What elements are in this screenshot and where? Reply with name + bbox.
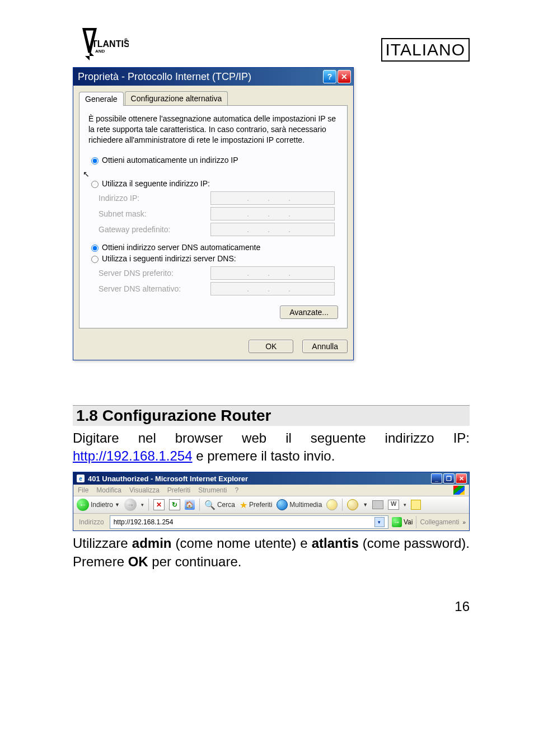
ie-app-icon: e [77, 475, 85, 482]
address-input[interactable]: http://192.168.1.254 ▾ [110, 515, 388, 529]
back-label: Indietro [91, 501, 113, 509]
menu-file[interactable]: File [78, 486, 88, 494]
page-number: 16 [73, 599, 470, 614]
label-dns-pref: Server DNS preferito: [88, 269, 210, 278]
toolbar-separator [148, 499, 149, 511]
go-button[interactable]: → Vai [392, 517, 413, 527]
mail-dropdown-icon[interactable]: ▼ [363, 502, 368, 508]
cursor-icon: ↖ [83, 170, 90, 179]
mail-button[interactable] [347, 499, 358, 510]
media-icon [277, 499, 288, 510]
favorites-label: Preferiti [249, 501, 272, 509]
label-mask: Subnet mask: [88, 209, 210, 218]
close-button[interactable]: ✕ [456, 473, 467, 483]
ie-menubar: File Modifica Visualizza Preferiti Strum… [73, 485, 469, 496]
radio-dns-auto-label: Ottieni indirizzo server DNS automaticam… [102, 243, 260, 252]
radio-dns-manual[interactable]: Utilizza i seguenti indirizzi server DNS… [88, 254, 338, 263]
label-dns-alt: Server DNS alternativo: [88, 284, 210, 293]
address-label: Indirizzo [77, 518, 106, 526]
back-icon: ← [77, 499, 89, 511]
minimize-button[interactable]: _ [431, 473, 442, 483]
forward-icon: → [124, 499, 137, 511]
restore-button[interactable]: ❐ [443, 473, 455, 483]
forward-button[interactable]: → [124, 499, 137, 511]
para2-d: per continuare. [148, 554, 242, 569]
info-text: È possibile ottenere l'assegnazione auto… [88, 114, 338, 145]
search-icon: 🔍 [204, 500, 216, 510]
ie-address-bar: Indirizzo http://192.168.1.254 ▾ → Vai C… [73, 514, 469, 530]
radio-ip-auto[interactable]: Ottieni automaticamente un indirizzo IP [88, 156, 338, 165]
tab-general[interactable]: Generale [79, 92, 124, 106]
radio-ip-manual[interactable]: Utilizza il seguente indirizzo IP: [88, 179, 338, 188]
go-label: Vai [404, 518, 413, 526]
radio-ip-manual-label: Utilizza il seguente indirizzo IP: [102, 179, 210, 188]
para2-a: Utilizzare [73, 536, 132, 551]
radio-ip-auto-input[interactable] [91, 157, 99, 165]
address-dropdown-icon[interactable]: ▾ [374, 517, 385, 527]
section-para-1: Digitare nel browser web il seguente ind… [73, 429, 470, 466]
router-ip-link[interactable]: http://192.168.1.254 [73, 448, 193, 463]
label-ip: Indirizzo IP: [88, 194, 210, 203]
menu-strumenti[interactable]: Strumenti [198, 486, 227, 494]
menu-help[interactable]: ? [235, 486, 239, 494]
language-tag: ITALIANO [381, 38, 470, 62]
section-heading: 1.8 Configurazione Router [73, 405, 470, 426]
svg-text:AND: AND [95, 49, 105, 54]
edit-dropdown-icon[interactable]: ▾ [404, 502, 406, 508]
cancel-button[interactable]: Annulla [302, 340, 348, 353]
input-dns-pref: . . . [210, 266, 335, 280]
radio-ip-auto-label: Ottieni automaticamente un indirizzo IP [102, 156, 238, 165]
help-button[interactable]: ? [323, 70, 336, 83]
input-gateway: . . . [210, 223, 335, 236]
section-para-2: Utilizzare admin (come nome utente) e at… [73, 534, 470, 571]
discuss-button[interactable] [411, 500, 421, 510]
search-label: Cerca [217, 501, 235, 509]
home-button[interactable]: 🏠 [185, 500, 195, 510]
svg-text:TLANTIS: TLANTIS [92, 39, 129, 49]
search-button[interactable]: 🔍 Cerca [204, 500, 235, 510]
back-button[interactable]: ← Indietro ▼ [77, 499, 120, 511]
menu-preferiti[interactable]: Preferiti [167, 486, 190, 494]
para1-text-b: e premere il tasto invio. [193, 448, 335, 463]
address-separator [416, 516, 416, 528]
input-dns-alt: . . . [210, 282, 335, 295]
forward-dropdown-icon[interactable]: ▾ [141, 502, 144, 508]
back-dropdown-icon[interactable]: ▼ [115, 502, 120, 508]
svg-text:®: ® [124, 37, 128, 43]
radio-dns-manual-input[interactable] [91, 256, 99, 263]
links-chevron-icon[interactable]: » [462, 519, 466, 525]
radio-dns-auto[interactable]: Ottieni indirizzo server DNS automaticam… [88, 243, 338, 252]
toolbar-separator [342, 499, 343, 511]
input-mask: . . . [210, 207, 335, 220]
dialog-title: Proprietà - Protocollo Internet (TCP/IP) [78, 71, 251, 83]
radio-dns-manual-label: Utilizza i seguenti indirizzi server DNS… [102, 254, 236, 263]
para2-ok: OK [128, 554, 148, 569]
print-button[interactable] [372, 500, 383, 509]
ie-window: e 401 Unauthorized - Microsoft Internet … [73, 472, 470, 531]
radio-dns-auto-input[interactable] [91, 245, 99, 252]
history-button[interactable] [326, 499, 338, 510]
stop-button[interactable]: ✕ [153, 499, 165, 510]
media-label: Multimedia [289, 501, 322, 509]
menu-modifica[interactable]: Modifica [96, 486, 121, 494]
links-label[interactable]: Collegamenti [420, 518, 459, 526]
para1-text-a: Digitare nel browser web il seguente ind… [73, 430, 470, 445]
tcpip-properties-dialog: Proprietà - Protocollo Internet (TCP/IP)… [73, 67, 354, 360]
para2-admin: admin [132, 536, 172, 551]
ok-button[interactable]: OK [249, 340, 293, 353]
para2-atlantis: atlantis [312, 536, 359, 551]
tab-alt-config[interactable]: Configurazione alternativa [125, 91, 228, 105]
address-value: http://192.168.1.254 [114, 518, 174, 526]
menu-visualizza[interactable]: Visualizza [129, 486, 160, 494]
star-icon: ★ [240, 500, 247, 510]
radio-ip-manual-input[interactable] [91, 181, 99, 188]
edit-button[interactable]: W [388, 500, 399, 510]
para2-b: (come nome utente) e [171, 536, 311, 551]
media-button[interactable]: Multimedia [277, 499, 322, 510]
refresh-button[interactable]: ↻ [169, 499, 180, 510]
favorites-button[interactable]: ★ Preferiti [240, 500, 272, 510]
label-gateway: Gateway predefinito: [88, 225, 210, 234]
advanced-button[interactable]: Avanzate... [280, 306, 338, 319]
close-button[interactable]: ✕ [338, 70, 351, 83]
brand-logo: TLANTIS ® AND [73, 28, 129, 62]
